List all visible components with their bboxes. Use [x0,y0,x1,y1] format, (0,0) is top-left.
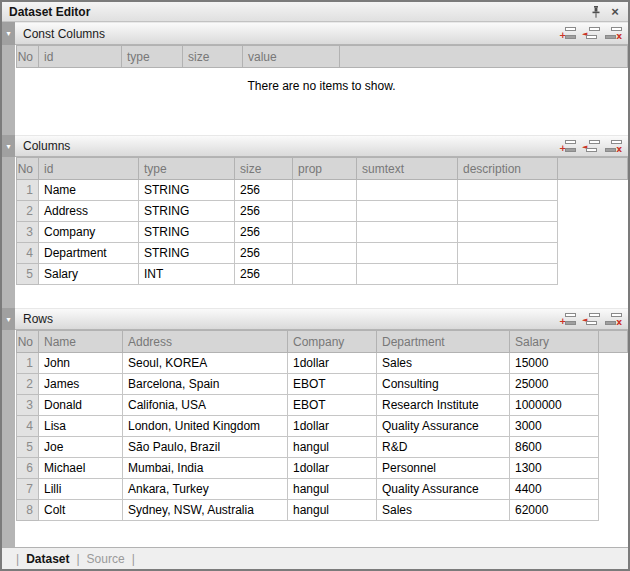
data-cell[interactable]: 62000 [510,500,599,521]
data-cell[interactable]: 256 [235,201,293,222]
column-header-no[interactable]: No [17,331,39,353]
column-header-type[interactable]: type [139,158,235,180]
data-cell[interactable]: Department [39,243,139,264]
data-cell[interactable]: Quality Assurance [377,479,510,500]
data-cell[interactable]: Califonia, USA [123,395,288,416]
data-cell[interactable] [293,264,357,285]
column-header-type[interactable]: type [122,46,183,68]
column-header-department[interactable]: Department [377,331,510,353]
data-cell[interactable]: Lisa [39,416,123,437]
collapse-columns-button[interactable]: ▾ [2,135,15,157]
data-cell[interactable]: EBOT [288,374,377,395]
data-cell[interactable]: hangul [288,437,377,458]
column-header-size[interactable]: size [235,158,293,180]
data-cell[interactable] [458,264,558,285]
column-header-no[interactable]: No [17,46,39,68]
data-cell[interactable]: 25000 [510,374,599,395]
add-row-button[interactable]: + [559,139,577,154]
data-cell[interactable]: Joe [39,437,123,458]
data-cell[interactable]: STRING [139,180,235,201]
collapse-rows-button[interactable]: ▾ [2,308,15,330]
data-cell[interactable] [458,201,558,222]
data-cell[interactable]: hangul [288,479,377,500]
close-icon[interactable]: × [607,4,623,19]
add-row-button[interactable]: + [559,26,577,41]
column-header-name[interactable]: Name [39,331,123,353]
data-cell[interactable]: Sales [377,353,510,374]
data-cell[interactable]: 1dollar [288,416,377,437]
delete-row-button[interactable]: x [605,139,623,154]
insert-row-button[interactable]: ◄ [582,312,600,327]
data-cell[interactable]: John [39,353,123,374]
data-cell[interactable] [357,201,458,222]
add-row-button[interactable]: + [559,312,577,327]
data-cell[interactable]: 256 [235,243,293,264]
pin-icon[interactable] [588,4,604,19]
data-cell[interactable]: Address [39,201,139,222]
insert-row-button[interactable]: ◄ [582,139,600,154]
column-header-no[interactable]: No [17,158,39,180]
data-cell[interactable] [293,180,357,201]
column-header-salary[interactable]: Salary [510,331,599,353]
column-header-id[interactable]: id [39,158,139,180]
data-cell[interactable]: Quality Assurance [377,416,510,437]
data-cell[interactable]: Company [39,222,139,243]
data-cell[interactable]: 256 [235,180,293,201]
data-cell[interactable]: Ankara, Turkey [123,479,288,500]
data-cell[interactable]: Sales [377,500,510,521]
data-cell[interactable]: STRING [139,243,235,264]
data-cell[interactable]: hangul [288,500,377,521]
tab-source[interactable]: Source [87,552,125,566]
column-header-address[interactable]: Address [123,331,288,353]
data-cell[interactable]: James [39,374,123,395]
data-cell[interactable]: Seoul, KOREA [123,353,288,374]
column-header-description[interactable]: description [458,158,558,180]
delete-row-button[interactable]: x [605,26,623,41]
column-header-id[interactable]: id [39,46,122,68]
data-cell[interactable] [357,264,458,285]
data-cell[interactable]: STRING [139,201,235,222]
data-cell[interactable]: Michael [39,458,123,479]
data-cell[interactable]: 15000 [510,353,599,374]
column-header-company[interactable]: Company [288,331,377,353]
collapse-const-columns-button[interactable]: ▾ [2,22,15,45]
data-cell[interactable]: Colt [39,500,123,521]
data-cell[interactable]: Salary [39,264,139,285]
data-cell[interactable]: 1000000 [510,395,599,416]
tab-dataset[interactable]: Dataset [26,552,69,566]
data-cell[interactable]: 4400 [510,479,599,500]
data-cell[interactable]: 8600 [510,437,599,458]
data-cell[interactable] [293,243,357,264]
insert-row-button[interactable]: ◄ [582,26,600,41]
data-cell[interactable]: STRING [139,222,235,243]
column-header-value[interactable]: value [243,46,340,68]
data-cell[interactable]: 3000 [510,416,599,437]
delete-row-button[interactable]: x [605,312,623,327]
data-cell[interactable] [458,222,558,243]
data-cell[interactable] [293,222,357,243]
data-cell[interactable]: Barcelona, Spain [123,374,288,395]
data-cell[interactable]: R&D [377,437,510,458]
data-cell[interactable]: Donald [39,395,123,416]
data-cell[interactable] [458,180,558,201]
data-cell[interactable]: Personnel [377,458,510,479]
data-cell[interactable]: 1300 [510,458,599,479]
data-cell[interactable]: São Paulo, Brazil [123,437,288,458]
column-header-size[interactable]: size [183,46,243,68]
data-cell[interactable] [293,201,357,222]
data-cell[interactable]: 1dollar [288,353,377,374]
data-cell[interactable]: Research Institute [377,395,510,416]
data-cell[interactable] [357,180,458,201]
data-cell[interactable] [357,243,458,264]
data-cell[interactable]: Lilli [39,479,123,500]
data-cell[interactable] [357,222,458,243]
column-header-sumtext[interactable]: sumtext [357,158,458,180]
data-cell[interactable]: EBOT [288,395,377,416]
data-cell[interactable]: Name [39,180,139,201]
data-cell[interactable] [458,243,558,264]
data-cell[interactable]: 256 [235,264,293,285]
data-cell[interactable]: INT [139,264,235,285]
data-cell[interactable]: London, United Kingdom [123,416,288,437]
data-cell[interactable]: Consulting [377,374,510,395]
data-cell[interactable]: Mumbai, India [123,458,288,479]
